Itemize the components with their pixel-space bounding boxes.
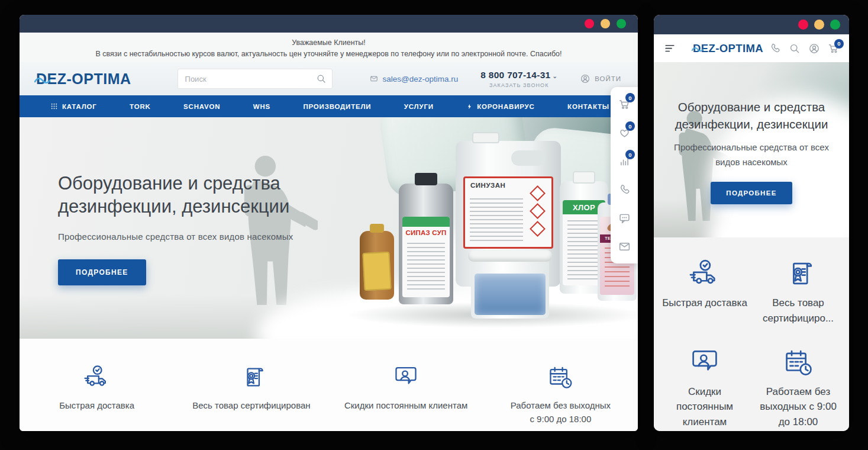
cart-count-badge: 0: [834, 39, 844, 49]
product-tub: [471, 256, 549, 319]
header-right: sales@dez-optima.ru 8 800 707-14-31⌄ ЗАК…: [370, 70, 621, 88]
feature-discounts: Скидки постоянным клиентам: [660, 346, 750, 431]
mobile-header: DEZ-OPTIMA 0: [654, 34, 849, 62]
callback-link[interactable]: ЗАКАЗАТЬ ЗВОНОК: [480, 82, 557, 88]
nav-item-tork[interactable]: TORK: [130, 103, 151, 110]
traffic-light-yellow[interactable]: [601, 19, 610, 28]
nav-item-manufacturers[interactable]: ПРОИЗВОДИТЕЛИ: [303, 103, 371, 110]
hamburger-menu-icon[interactable]: [663, 43, 676, 54]
traffic-light-yellow[interactable]: [814, 20, 824, 30]
logo-wave-icon: [34, 77, 50, 84]
product-label-sipaz: СИПАЗ СУП: [402, 229, 450, 236]
client-discount-icon: [689, 346, 721, 378]
email-link[interactable]: sales@dez-optima.ru: [370, 75, 458, 83]
desktop-browser-window: Уважаемые Клиенты! В связи с нестабильно…: [20, 15, 638, 431]
compare-count-badge: 0: [625, 150, 635, 159]
mobile-hero-banner: Оборудование и средства дезинфекции, дез…: [654, 62, 849, 237]
cart-count-badge: 0: [625, 93, 635, 102]
feature-fast-delivery: Быстрая доставка: [20, 364, 174, 431]
search-icon[interactable]: [316, 73, 327, 84]
traffic-light-green[interactable]: [830, 20, 840, 30]
truck-icon: [689, 258, 721, 290]
product-bottle-amber: [360, 231, 394, 300]
sidebar-favorites-button[interactable]: 0: [611, 118, 638, 147]
traffic-light-red[interactable]: [585, 19, 594, 28]
floating-sidebar: 0 0 0: [611, 87, 638, 263]
feature-certified: Весь товар сертифициро...: [753, 258, 843, 327]
feature-fast-delivery: Быстрая доставка: [660, 258, 750, 327]
mobile-titlebar: [654, 15, 849, 34]
certificate-icon: [782, 258, 814, 290]
hero-content: Оборудование и средства дезинфекции, дез…: [58, 172, 318, 285]
user-icon[interactable]: [808, 43, 820, 54]
nav-item-contacts[interactable]: КОНТАКТЫ: [567, 103, 609, 110]
main-nav: КАТАЛОГ TORK SCHAVON WHS ПРОИЗВОДИТЕЛИ У…: [20, 95, 638, 117]
login-button[interactable]: ВОЙТИ: [580, 73, 621, 84]
phone-number[interactable]: 8 800 707-14-31⌄: [480, 70, 557, 81]
logo[interactable]: DEZ-OPTIMA: [36, 70, 131, 88]
sidebar-chat-button[interactable]: [611, 204, 638, 232]
notice-line1: Уважаемые Клиенты!: [20, 37, 638, 49]
search-icon[interactable]: [789, 43, 801, 54]
sidebar-cart-button[interactable]: 0: [611, 90, 638, 118]
mobile-hero-content: Оборудование и средства дезинфекции, дез…: [654, 99, 849, 204]
desktop-titlebar: [20, 15, 638, 33]
grid-icon: [50, 102, 58, 110]
hero-banner: СИПАЗ СУП СИНУЗАН ХЛОР ТЕТРАЦИН: [20, 117, 638, 339]
search-input[interactable]: [178, 69, 333, 89]
sidebar-callback-button[interactable]: [611, 175, 638, 204]
certificate-icon: [238, 364, 265, 391]
mobile-cart-button[interactable]: 0: [828, 43, 840, 54]
traffic-light-green[interactable]: [617, 19, 626, 28]
hero-cta-button[interactable]: ПОДРОБНЕЕ: [58, 259, 146, 285]
user-icon: [580, 73, 591, 84]
product-bottle-sipaz: СИПАЗ СУП: [399, 184, 453, 304]
calendar-icon: [547, 364, 574, 391]
mail-icon: [618, 240, 631, 253]
notice-banner: Уважаемые Клиенты! В связи с нестабильно…: [20, 33, 638, 62]
nav-item-schavon[interactable]: SCHAVON: [183, 103, 220, 110]
hero-title: Оборудование и средства дезинфекции, дез…: [661, 99, 842, 133]
notice-line2: В связи с нестабильностью курсов валют, …: [20, 49, 638, 60]
traffic-light-red[interactable]: [798, 20, 808, 30]
product-bottles-image: СИПАЗ СУП СИНУЗАН ХЛОР ТЕТРАЦИН: [360, 134, 638, 319]
mobile-browser-window: DEZ-OPTIMA 0 Оборудование и средства дез…: [654, 15, 849, 431]
nav-item-catalog[interactable]: КАТАЛОГ: [50, 102, 97, 110]
sidebar-compare-button[interactable]: 0: [611, 147, 638, 175]
feature-working-hours: Работаем без выходных с 9:00 до 18:00: [753, 346, 843, 431]
truck-icon: [83, 364, 111, 391]
favorites-count-badge: 0: [625, 121, 635, 131]
site-header: DEZ-OPTIMA sales@dez-optima.ru 8 800 707…: [20, 62, 638, 95]
client-discount-icon: [392, 364, 420, 391]
sidebar-mail-button[interactable]: [611, 232, 638, 261]
hero-title: Оборудование и средства дезинфекции, дез…: [58, 172, 318, 218]
phone-icon: [618, 184, 631, 196]
chevron-down-icon: ⌄: [553, 73, 558, 79]
feature-certified: Весь товар сертифицирован: [174, 364, 328, 431]
feature-working-hours: Работаем без выходных с 9:00 до 18:00: [483, 364, 638, 431]
mobile-features-grid: Быстрая доставка Весь товар сертифициро.…: [654, 237, 849, 431]
features-row: Быстрая доставка Весь товар сертифициров…: [20, 339, 638, 431]
hero-subtitle: Профессиональные средства от всех видов …: [661, 140, 842, 170]
lightning-icon: [466, 102, 473, 111]
email-text: sales@dez-optima.ru: [382, 75, 458, 83]
logo-wave-icon: [692, 47, 704, 52]
login-label: ВОЙТИ: [595, 75, 621, 82]
mobile-logo[interactable]: DEZ-OPTIMA: [693, 42, 763, 55]
mobile-header-icons: 0: [769, 43, 840, 54]
hero-subtitle: Профессиональные средства от всех видов …: [58, 232, 318, 242]
nav-item-whs[interactable]: WHS: [253, 103, 270, 110]
search-box: [178, 69, 333, 89]
calendar-icon: [782, 346, 814, 378]
phone-block: 8 800 707-14-31⌄ ЗАКАЗАТЬ ЗВОНОК: [480, 70, 557, 88]
nav-item-coronavirus[interactable]: КОРОНАВИРУС: [466, 102, 534, 111]
feature-discounts: Скидки постоянным клиентам: [329, 364, 483, 431]
chat-icon: [618, 212, 631, 224]
envelope-icon: [370, 75, 378, 83]
phone-icon[interactable]: [769, 43, 781, 54]
logo-text: DEZ-OPTIMA: [36, 70, 131, 87]
nav-item-services[interactable]: УСЛУГИ: [404, 103, 434, 110]
hero-cta-button[interactable]: ПОДРОБНЕЕ: [711, 182, 792, 204]
